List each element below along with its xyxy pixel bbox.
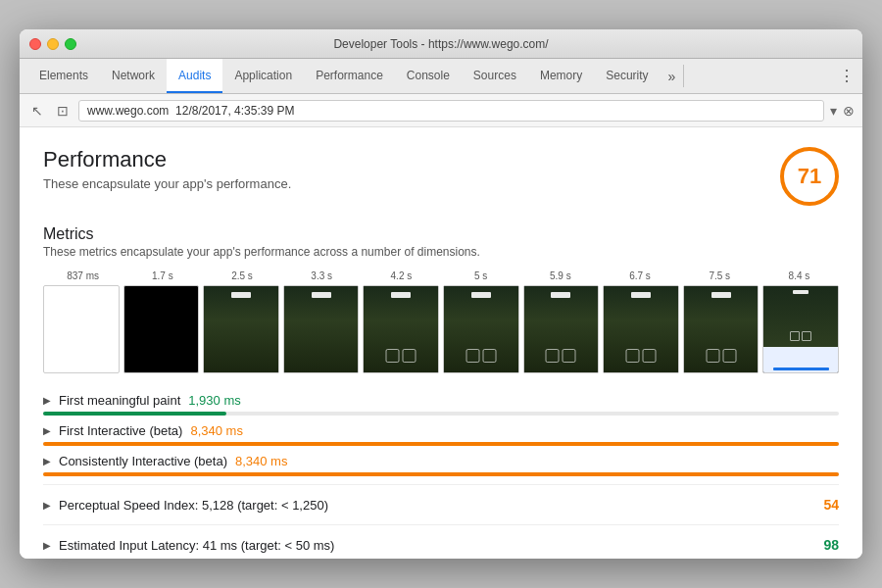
frame-5 [443,285,519,373]
performance-title-block: Performance These encapsulate your app's… [43,147,291,191]
metrics-subtitle: These metrics encapsulate your app's per… [43,245,839,259]
section-title: Performance [43,147,291,172]
metric-first-interactive: ▶ First Interactive (beta) 8,340 ms [43,423,839,446]
frame-7 [603,285,679,373]
tab-memory[interactable]: Memory [528,59,594,93]
consistently-interactive-track [43,472,839,476]
frame-9 [762,285,839,373]
perceptual-speed-index-label: Perceptual Speed Index: 5,128 (target: <… [59,498,328,513]
no-throttle-icon[interactable]: ⊗ [843,103,855,119]
frame-4 [363,285,439,373]
device-toggle-button[interactable]: ⊡ [53,101,73,121]
consistently-interactive-value: 8,340 ms [235,454,287,468]
metric-first-meaningful-paint: ▶ First meaningful paint 1,930 ms [43,393,839,416]
tab-application[interactable]: Application [222,59,304,93]
frame-2 [203,285,279,373]
divider-2 [43,524,839,525]
addressbar: ↖ ⊡ ▾ ⊗ [20,94,862,127]
traffic-lights [29,38,76,50]
first-meaningful-paint-track [43,412,839,416]
first-interactive-track [43,442,839,446]
label-7: 6.7 s [600,270,679,281]
window-title: Developer Tools - https://www.wego.com/ [333,37,548,51]
expand-first-meaningful-paint[interactable]: ▶ [43,395,51,406]
tab-security[interactable]: Security [594,59,660,93]
first-interactive-label: First Interactive (beta) [59,423,182,438]
label-4: 4.2 s [362,270,441,281]
filmstrip-labels: 837 ms 1.7 s 2.5 s 3.3 s 4.2 s 5 s 5.9 s… [43,270,839,281]
dropdown-icon[interactable]: ▾ [830,103,837,119]
performance-score-circle: 71 [780,147,839,206]
frame-3 [283,285,360,373]
expand-perceptual-speed-index[interactable]: ▶ [43,500,51,511]
tab-sources[interactable]: Sources [462,59,528,93]
maximize-button[interactable] [65,38,76,50]
tabbar: Elements Network Audits Application Perf… [20,59,862,94]
cursor-tool-button[interactable]: ↖ [27,101,47,121]
expand-consistently-interactive[interactable]: ▶ [43,456,51,466]
label-1: 1.7 s [122,270,202,281]
label-3: 3.3 s [282,270,362,281]
label-6: 5.9 s [520,270,600,281]
estimated-input-latency-badge: 98 [823,537,839,553]
titlebar: Developer Tools - https://www.wego.com/ [20,29,862,59]
metric-perceptual-speed-index: ▶ Perceptual Speed Index: 5,128 (target:… [43,493,839,516]
first-interactive-fill [43,442,839,446]
metric-consistently-interactive: ▶ Consistently Interactive (beta) 8,340 … [43,454,839,476]
tab-divider [683,65,684,87]
label-2: 2.5 s [202,270,281,281]
divider-1 [43,484,839,485]
perceptual-speed-index-badge: 54 [823,497,839,513]
frame-0 [43,285,120,373]
filmstrip [43,285,839,373]
main-content: Performance These encapsulate your app's… [20,127,862,559]
metrics-section: Metrics These metrics encapsulate your a… [43,225,839,557]
address-input[interactable] [78,100,824,122]
tab-performance[interactable]: Performance [304,59,395,93]
close-button[interactable] [29,38,41,50]
label-5: 5 s [441,270,520,281]
metrics-title: Metrics [43,225,839,243]
frame-6 [523,285,600,373]
first-meaningful-paint-label: First meaningful paint [59,393,180,408]
more-tabs-button[interactable]: » [661,59,684,93]
estimated-input-latency-label: Estimated Input Latency: 41 ms (target: … [59,538,334,553]
first-meaningful-paint-fill [43,412,226,416]
minimize-button[interactable] [47,38,59,50]
performance-header: Performance These encapsulate your app's… [43,147,839,206]
consistently-interactive-label: Consistently Interactive (beta) [59,454,227,468]
section-subtitle: These encapsulate your app's performance… [43,176,291,191]
first-interactive-value: 8,340 ms [190,423,242,438]
tab-network[interactable]: Network [100,59,167,93]
tab-elements[interactable]: Elements [27,59,100,93]
tab-audits[interactable]: Audits [167,59,222,93]
first-meaningful-paint-value: 1,930 ms [188,393,240,408]
frame-1 [123,285,200,373]
devtools-window: Developer Tools - https://www.wego.com/ … [20,29,862,559]
consistently-interactive-fill [43,472,839,476]
expand-estimated-input-latency[interactable]: ▶ [43,540,51,551]
frame-8 [683,285,760,373]
devtools-menu-button[interactable]: ⋮ [831,59,862,93]
metric-estimated-input-latency: ▶ Estimated Input Latency: 41 ms (target… [43,533,839,557]
label-0: 837 ms [43,270,122,281]
label-8: 7.5 s [680,270,760,281]
label-9: 8.4 s [760,270,839,281]
tab-console[interactable]: Console [395,59,462,93]
performance-score-value: 71 [798,164,821,189]
expand-first-interactive[interactable]: ▶ [43,425,51,436]
